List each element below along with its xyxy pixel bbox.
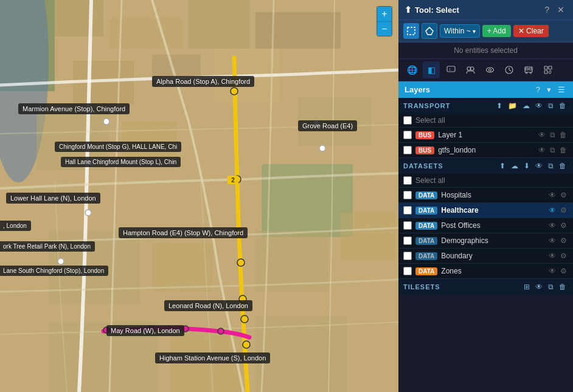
within-dropdown[interactable]: Within ~ ▾ xyxy=(440,24,480,38)
clear-label: ✕ Clear xyxy=(518,27,544,35)
transport-select-all-checkbox[interactable] xyxy=(403,116,412,125)
tilesets-hide-button[interactable]: 👁 xyxy=(533,282,544,292)
svg-rect-4 xyxy=(55,0,103,36)
layer1-copy-button[interactable]: ⧉ xyxy=(549,130,557,140)
layer1-badge: BUS xyxy=(415,131,434,139)
clock-icon-button[interactable] xyxy=(501,61,518,78)
tool-header: ⬆ Tool: Select ? ✕ xyxy=(398,0,573,20)
transport-upload-button[interactable]: ⬆ xyxy=(495,101,504,111)
layer1-checkbox[interactable] xyxy=(403,131,412,139)
layers-help-button[interactable]: ? xyxy=(534,84,542,95)
gtfs-icons: 👁 ⧉ 🗑 xyxy=(537,145,568,155)
svg-rect-40 xyxy=(408,27,415,35)
gtfs-checkbox[interactable] xyxy=(403,146,412,154)
map-canvas[interactable]: 2 Alpha Road (Stop A), Chingford Marmion… xyxy=(0,0,398,392)
layer-row-healthcare[interactable]: DATA Healthcare 👁 ⚙ xyxy=(398,203,573,218)
bus-icon-button[interactable] xyxy=(520,61,537,78)
transport-copy-button[interactable]: ⧉ xyxy=(546,101,555,111)
demographics-badge: DATA xyxy=(415,237,437,245)
tilesets-add-button[interactable]: ⊞ xyxy=(522,282,532,292)
layer-row-gtfs[interactable]: BUS gtfs_london 👁 ⧉ 🗑 xyxy=(398,143,573,158)
layers-menu-button[interactable]: ☰ xyxy=(556,84,567,95)
svg-rect-13 xyxy=(298,97,371,146)
datasets-select-all-checkbox[interactable] xyxy=(403,176,412,185)
layer-row-hospitals[interactable]: DATA Hospitals 👁 ⚙ xyxy=(398,188,573,203)
gtfs-badge: BUS xyxy=(415,146,434,154)
demographics-settings-button[interactable]: ⚙ xyxy=(559,236,568,246)
demographics-checkbox[interactable] xyxy=(403,236,412,245)
datasets-hide-button[interactable]: 👁 xyxy=(533,161,544,171)
layers-scroll-area[interactable]: TRANSPORT ⬆ 📁 ☁ 👁 ⧉ 🗑 Select all BUS Lay… xyxy=(398,98,573,392)
within-label: Within ~ xyxy=(444,27,471,35)
svg-point-36 xyxy=(85,210,91,216)
svg-point-35 xyxy=(319,145,325,151)
healthcare-badge: DATA xyxy=(415,207,437,215)
healthcare-checkbox[interactable] xyxy=(403,206,412,215)
boundary-hide-button[interactable]: 👁 xyxy=(547,251,557,261)
svg-marker-41 xyxy=(426,27,433,35)
tilesets-section-header: TILESETS ⊞ 👁 ⧉ 🗑 xyxy=(398,279,573,295)
hospitals-settings-button[interactable]: ⚙ xyxy=(559,190,568,200)
transport-folder-button[interactable]: 📁 xyxy=(506,101,519,111)
layer-row-zones[interactable]: DATA Zones 👁 ⚙ xyxy=(398,264,573,279)
transport-hide-button[interactable]: 👁 xyxy=(533,101,544,111)
post-offices-hide-button[interactable]: 👁 xyxy=(547,221,557,230)
select-polygon-button[interactable] xyxy=(422,23,437,39)
datasets-download-button[interactable]: ⬇ xyxy=(522,161,532,171)
datasets-cloud-button[interactable]: ☁ xyxy=(509,161,520,171)
healthcare-settings-button[interactable]: ⚙ xyxy=(559,205,568,215)
demographics-hide-button[interactable]: 👁 xyxy=(547,236,557,246)
layers-icon-button[interactable]: ◧ xyxy=(423,61,440,78)
gtfs-copy-button[interactable]: ⧉ xyxy=(549,145,557,155)
puzzle-icon-button[interactable] xyxy=(540,61,557,78)
healthcare-hide-button[interactable]: 👁 xyxy=(547,205,557,215)
layer-row-layer1[interactable]: BUS Layer 1 👁 ⧉ 🗑 xyxy=(398,128,573,143)
svg-point-25 xyxy=(239,295,246,303)
zones-settings-button[interactable]: ⚙ xyxy=(559,266,568,276)
hospitals-checkbox[interactable] xyxy=(403,191,412,199)
zoom-out-button[interactable]: − xyxy=(377,21,392,36)
layers-title: Layers xyxy=(405,85,430,94)
datasets-upload-button[interactable]: ⬆ xyxy=(498,161,507,171)
status-bar: No entities selected xyxy=(398,43,573,59)
layer-row-boundary[interactable]: DATA Boundary 👁 ⚙ xyxy=(398,249,573,264)
tilesets-copy-button[interactable]: ⧉ xyxy=(546,282,555,292)
zoom-in-button[interactable]: + xyxy=(377,7,392,21)
transport-cloud-button[interactable]: ☁ xyxy=(521,101,532,111)
clear-button[interactable]: ✕ Clear xyxy=(513,25,549,37)
zones-hide-button[interactable]: 👁 xyxy=(547,266,557,276)
chat-icon-button[interactable]: 1 xyxy=(442,61,459,78)
svg-point-26 xyxy=(241,315,248,323)
svg-point-27 xyxy=(243,341,250,348)
layer1-delete-button[interactable]: 🗑 xyxy=(558,130,568,140)
layers-collapse-button[interactable]: ▾ xyxy=(545,84,553,95)
transport-select-all-label: Select all xyxy=(415,116,445,125)
post-offices-checkbox[interactable] xyxy=(403,221,412,230)
boundary-checkbox[interactable] xyxy=(403,252,412,260)
users-icon-button[interactable] xyxy=(462,61,479,78)
demographics-icons: 👁 ⚙ xyxy=(547,236,568,246)
layer1-hide-button[interactable]: 👁 xyxy=(537,130,547,140)
svg-point-24 xyxy=(237,259,245,266)
datasets-copy-button[interactable]: ⧉ xyxy=(546,161,555,171)
selection-toolbar: Within ~ ▾ + Add ✕ Clear xyxy=(398,20,573,43)
post-offices-settings-button[interactable]: ⚙ xyxy=(559,221,568,230)
tilesets-delete-button[interactable]: 🗑 xyxy=(557,282,568,292)
zones-checkbox[interactable] xyxy=(403,267,412,275)
gtfs-delete-button[interactable]: 🗑 xyxy=(558,145,568,155)
eye-icon-button[interactable] xyxy=(481,61,498,78)
datasets-delete-button[interactable]: 🗑 xyxy=(557,161,568,171)
globe-icon-button[interactable]: 🌐 xyxy=(403,61,420,78)
hospitals-hide-button[interactable]: 👁 xyxy=(547,190,557,200)
layer-row-demographics[interactable]: DATA Demographics 👁 ⚙ xyxy=(398,233,573,249)
boundary-settings-button[interactable]: ⚙ xyxy=(559,251,568,261)
gtfs-hide-button[interactable]: 👁 xyxy=(537,145,547,155)
select-box-button[interactable] xyxy=(403,23,419,39)
post-offices-icons: 👁 ⚙ xyxy=(547,221,568,230)
tool-help-button[interactable]: ? xyxy=(542,4,552,16)
tool-close-button[interactable]: ✕ xyxy=(555,4,567,16)
healthcare-icons: 👁 ⚙ xyxy=(547,205,568,215)
transport-delete-button[interactable]: 🗑 xyxy=(557,101,568,111)
layer-row-post-offices[interactable]: DATA Post Offices 👁 ⚙ xyxy=(398,218,573,233)
add-button[interactable]: + Add xyxy=(482,25,511,37)
